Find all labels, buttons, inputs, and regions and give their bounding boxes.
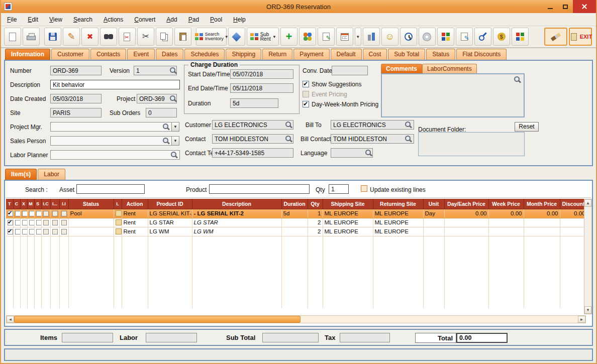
line-icon[interactable] <box>116 219 122 225</box>
col-description[interactable]: Description <box>192 199 281 209</box>
search-icon[interactable] <box>285 135 292 143</box>
col-discount[interactable]: Discount <box>560 199 587 209</box>
asset-input[interactable] <box>76 184 145 194</box>
contact-tel-field[interactable]: +44-17-5349-1585 <box>212 148 293 158</box>
table-row[interactable]: Pool Rent LG SERIAL KIT-2 - LG SERIAL KI… <box>6 209 587 218</box>
row-checkbox[interactable] <box>15 220 21 225</box>
paste-button[interactable] <box>174 28 191 46</box>
cubes2-button[interactable] <box>512 28 529 46</box>
row-checkbox[interactable] <box>43 229 49 234</box>
menu-pool[interactable]: Pool <box>210 16 222 23</box>
update-existing-lines-checkbox[interactable] <box>361 185 367 192</box>
col-t[interactable]: T <box>6 199 13 209</box>
row-checkbox[interactable] <box>22 229 28 234</box>
col-s[interactable]: S <box>34 199 41 209</box>
sub-orders-field[interactable]: 0 <box>146 108 177 117</box>
search-icon[interactable] <box>170 151 178 159</box>
title-bar[interactable]: ORD-369 Reservation <box>1 0 596 13</box>
number-field[interactable]: ORD-369 <box>50 66 102 75</box>
tab-payment[interactable]: Payment <box>293 49 329 60</box>
tab-event[interactable]: Event <box>127 49 155 60</box>
tab-labor-comments[interactable]: LaborComments <box>422 64 477 73</box>
col-day-price[interactable]: Day/Each Price <box>444 199 488 209</box>
scroll-right-arrow[interactable]: ► <box>578 316 585 323</box>
description-field[interactable]: Kit behavior <box>50 80 180 89</box>
time-button[interactable] <box>400 28 417 46</box>
group-button[interactable] <box>299 28 316 46</box>
search-icon[interactable] <box>514 76 521 83</box>
row-checkbox[interactable] <box>52 211 58 216</box>
conv-date-field[interactable] <box>332 66 368 75</box>
calendar-button[interactable] <box>336 28 353 46</box>
qty-input[interactable]: 1 <box>329 184 349 194</box>
close-button[interactable] <box>573 0 596 13</box>
row-checkbox[interactable] <box>15 211 21 216</box>
search-icon[interactable] <box>365 149 372 157</box>
col-c[interactable]: C <box>13 199 20 209</box>
menu-file[interactable]: File <box>7 16 17 23</box>
scrollbar-thumb[interactable] <box>14 316 301 323</box>
col-action[interactable]: Action <box>122 199 148 209</box>
show-suggestions-checkbox[interactable] <box>303 81 309 87</box>
tab-status[interactable]: Status <box>426 49 455 60</box>
row-checkbox[interactable] <box>29 211 35 216</box>
col-i2[interactable]: I... <box>50 199 59 209</box>
minimize-button[interactable] <box>543 0 558 13</box>
save-button[interactable] <box>44 28 61 46</box>
customer-field[interactable]: LG ELECTRONICS <box>212 120 293 130</box>
menu-search[interactable]: Search <box>73 16 92 23</box>
line-icon[interactable] <box>116 210 122 216</box>
find-button[interactable] <box>100 28 117 46</box>
scroll-down-arrow[interactable]: ▼ <box>584 306 591 314</box>
project-mgr-dropdown[interactable]: ▼ <box>171 122 179 132</box>
print-button[interactable] <box>23 28 40 46</box>
day-week-month-checkbox[interactable] <box>303 101 309 107</box>
search-icon[interactable] <box>285 121 292 129</box>
document-folder-box[interactable] <box>418 132 525 156</box>
menu-help[interactable]: Help <box>233 16 246 23</box>
row-checkbox[interactable] <box>8 211 13 216</box>
exit-button[interactable]: EXIT <box>569 28 592 46</box>
new-order-button[interactable] <box>4 28 21 46</box>
scroll-left-arrow[interactable]: ◄ <box>7 316 14 323</box>
row-checkbox[interactable] <box>36 211 42 216</box>
duration-field[interactable]: 5d <box>230 98 278 108</box>
paintbrush-button[interactable] <box>544 28 567 46</box>
notepad-button[interactable] <box>456 28 473 46</box>
tab-customer[interactable]: Customer <box>51 49 89 60</box>
product-input[interactable] <box>209 184 310 194</box>
row-checkbox[interactable] <box>29 220 35 225</box>
col-unit[interactable]: Unit <box>423 199 444 209</box>
row-checkbox[interactable] <box>52 229 58 234</box>
disc-button[interactable] <box>419 28 436 46</box>
col-x[interactable]: X <box>20 199 27 209</box>
payments-button[interactable]: $ <box>493 28 510 46</box>
row-checkbox[interactable] <box>15 229 21 234</box>
horizontal-scrollbar[interactable]: ◄ ► <box>6 315 586 323</box>
tab-dates[interactable]: Dates <box>156 49 183 60</box>
tab-shipping[interactable]: Shipping <box>226 49 261 60</box>
search-icon[interactable] <box>162 137 170 145</box>
cubes-button[interactable] <box>437 28 454 46</box>
col-product-id[interactable]: Product ID <box>148 199 192 209</box>
row-checkbox[interactable] <box>22 220 28 225</box>
tab-labor[interactable]: Labor <box>38 169 65 180</box>
row-checkbox[interactable] <box>8 229 13 234</box>
report-button[interactable] <box>363 28 380 46</box>
scroll-up-arrow[interactable]: ▲ <box>584 199 591 207</box>
calendar-dropdown-button[interactable]: ▼ <box>355 28 361 46</box>
search-icon[interactable] <box>169 67 177 74</box>
cube-button[interactable] <box>228 28 245 46</box>
copy-button[interactable] <box>156 28 173 46</box>
col-l[interactable]: L <box>114 199 122 209</box>
col-shipping-site[interactable]: Shipping Site <box>323 199 373 209</box>
project-mgr-field[interactable] <box>50 122 172 132</box>
comments-box[interactable] <box>381 73 525 117</box>
search-icon[interactable] <box>405 135 412 143</box>
edit-button[interactable]: ✎ <box>63 28 80 46</box>
row-checkbox[interactable] <box>61 229 67 234</box>
menu-add[interactable]: Add <box>166 16 177 23</box>
col-ic[interactable]: I.C <box>41 199 50 209</box>
maximize-button[interactable] <box>558 0 573 13</box>
tab-schedules[interactable]: Schedules <box>184 49 225 60</box>
